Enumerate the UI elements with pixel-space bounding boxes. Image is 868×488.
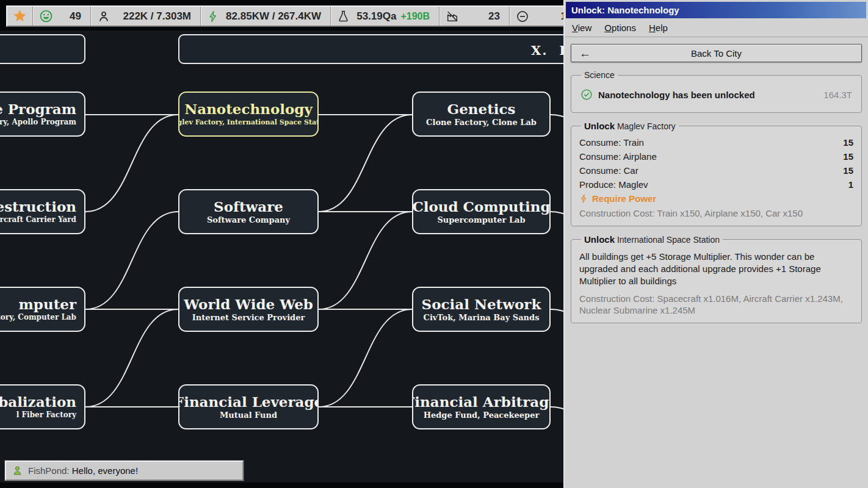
factory-off-icon [446, 10, 459, 23]
require-power-label: Require Power [592, 193, 656, 204]
tech-node-cloud-computing[interactable]: Cloud Computing Supercomputer Lab [412, 189, 551, 234]
science-legend: Science [581, 70, 618, 80]
menu-options[interactable]: Options [604, 23, 636, 33]
circle-minus-icon [516, 10, 529, 23]
idle-buildings-section[interactable]: 23 [439, 7, 510, 26]
tech-node-social-network[interactable]: Social Network CivTok, Marina Bay Sands [412, 287, 551, 332]
menu-help[interactable]: Help [649, 23, 668, 33]
maglev-legend: Unlock Maglev Factory [581, 121, 679, 131]
era-box-partial [0, 34, 85, 64]
iss-description: All buildings get +5 Storage Multiplier.… [579, 251, 853, 287]
tech-node-space-program[interactable]: e Program actory, Apollo Program [0, 92, 85, 137]
back-arrow-icon: ← [579, 48, 591, 59]
unlock-panel: Unlock: Nanotechnology View Options Help… [563, 0, 868, 488]
power-bolt-icon [207, 10, 219, 23]
require-power-row: Require Power [579, 192, 853, 206]
flask-icon [337, 10, 350, 23]
tech-node-financial-leverage[interactable]: Financial Leverage Mutual Fund [178, 384, 319, 429]
tech-node-genetics[interactable]: Genetics Clone Factory, Clone Lab [412, 92, 551, 137]
science-unlock-box: Science Nanotechnology has been unlocked… [571, 70, 862, 113]
iss-legend: Unlock International Space Station [581, 234, 723, 245]
iss-construction-cost: Construction Cost: Spacecraft x1.016M, A… [579, 293, 853, 317]
menu-view[interactable]: View [572, 23, 591, 33]
chat-user-icon [12, 465, 23, 476]
check-circle-icon [580, 88, 593, 101]
population-value: 222K / 7.303M [123, 10, 191, 23]
star-icon [12, 9, 27, 24]
science-cost-value: 164.3T [823, 90, 852, 100]
iss-box: Unlock International Space Station All b… [571, 234, 862, 323]
chat-bar[interactable]: FishPond: Hello, everyone! [5, 461, 244, 481]
back-to-city-button[interactable]: ← Back To City [571, 44, 862, 62]
consume-airplane-row: Consume: Airplane15 [579, 149, 853, 163]
tech-node-software[interactable]: Software Software Company [178, 189, 319, 234]
science-unlock-message: Nanotechnology has been unlocked [598, 90, 818, 100]
tech-node-assured-destruction[interactable]: sured Destruction ne Yard, Aircraft Carr… [0, 189, 85, 234]
produce-maglev-row: Produce: Maglev1 [579, 178, 853, 192]
happiness-section[interactable]: 49 [33, 7, 91, 26]
panel-menubar: View Options Help [565, 18, 868, 37]
require-power-bolt-icon [579, 194, 588, 203]
game-screen: X. INF e Program actory, Apollo Program … [0, 0, 868, 488]
tech-node-globalization[interactable]: balization l Fiber Factory [0, 384, 85, 429]
tech-node-world-wide-web[interactable]: World Wide Web Internet Service Provider [178, 287, 319, 332]
smiley-icon [39, 9, 53, 23]
person-icon [97, 10, 110, 23]
power-section[interactable]: 82.85KW / 267.4KW [201, 7, 331, 26]
favorites-section[interactable] [7, 7, 33, 26]
science-value: 53.19Qa [356, 10, 396, 22]
panel-titlebar[interactable]: Unlock: Nanotechnology [566, 2, 866, 18]
tech-node-financial-arbitrage[interactable]: Financial Arbitrage Hedge Fund, Peacekee… [412, 384, 551, 429]
chat-username: FishPond: [28, 465, 70, 476]
consume-car-row: Consume: Car15 [579, 163, 853, 178]
status-toolbar: 49 222K / 7.303M 82.85KW / 267.4KW 53.19… [6, 5, 577, 27]
chat-message: Hello, everyone! [72, 465, 138, 476]
science-delta: +190B [400, 11, 430, 21]
panel-title: Unlock: Nanotechnology [571, 5, 679, 15]
tech-node-computer[interactable]: mputer actory, Computer Lab [0, 287, 85, 332]
tech-node-nanotechnology[interactable]: Nanotechnology Maglev Factory, Internati… [178, 92, 319, 137]
maglev-factory-box: Unlock Maglev Factory Consume: Train15 C… [571, 121, 862, 226]
power-value: 82.85KW / 267.4KW [226, 10, 321, 23]
idle-buildings-value: 23 [488, 10, 500, 23]
maglev-construction-cost: Construction Cost: Train x150, Airplane … [579, 207, 853, 220]
happiness-value: 49 [70, 10, 81, 23]
back-to-city-label: Back To City [691, 48, 742, 59]
era-header-box: X. INF [178, 34, 581, 64]
science-section-toolbar[interactable]: 53.19Qa+190B [331, 7, 439, 26]
population-section[interactable]: 222K / 7.303M [91, 7, 201, 26]
consume-train-row: Consume: Train15 [579, 135, 853, 149]
